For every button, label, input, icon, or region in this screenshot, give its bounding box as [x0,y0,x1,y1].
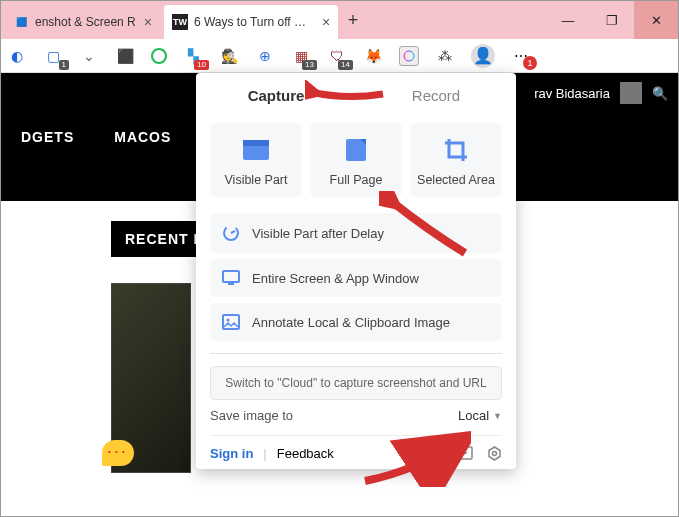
screenshot-extension-icon[interactable] [399,46,419,66]
svg-point-11 [493,452,497,456]
extension-icon[interactable]: ⊕ [255,46,275,66]
svg-rect-6 [228,283,234,285]
image-icon [222,314,240,330]
crop-icon [414,135,498,165]
card-label: Visible Part [225,173,288,187]
tab-title-2: 6 Ways to Turn off Direct Messag [194,15,314,29]
extension-icon[interactable]: 🛡14 [327,46,347,66]
row-label: Visible Part after Delay [252,226,384,241]
card-label: Selected Area [417,173,495,187]
dest-value: Local [458,408,489,423]
window-icon [214,135,298,165]
annotation-arrow [361,431,471,487]
new-tab-button[interactable]: + [338,10,368,31]
author-avatar [620,82,642,104]
selected-area-card[interactable]: Selected Area [410,123,502,197]
svg-rect-5 [223,271,239,282]
monitor-icon [222,270,240,286]
svg-rect-2 [243,140,269,146]
screenshot-popup: Capture Record Visible Part Full Page Se… [196,73,516,469]
svg-rect-3 [346,139,366,161]
sign-in-link[interactable]: Sign in [210,446,253,461]
extension-icon[interactable]: ▚10 [183,46,203,66]
save-destination-row: Save image to Local ▼ [210,408,502,423]
row-label: Annotate Local & Clipboard Image [252,315,450,330]
menu-icon[interactable]: ⋯1 [511,46,531,66]
tab-title-1: enshot & Screen R [35,15,136,29]
svg-marker-10 [489,447,500,460]
extension-icon[interactable]: ▦13 [291,46,311,66]
tab-strip: 🟦 enshot & Screen R × TW 6 Ways to Turn … [1,1,678,39]
annotate-row[interactable]: Annotate Local & Clipboard Image [210,303,502,341]
timer-icon [222,224,240,242]
browser-tab-1[interactable]: 🟦 enshot & Screen R × [5,5,160,39]
close-tab-icon[interactable]: × [322,14,330,30]
favicon-1: 🟦 [13,14,29,30]
save-destination-dropdown[interactable]: Local ▼ [458,408,502,423]
extensions-menu-icon[interactable]: ⁂ [435,46,455,66]
extension-icon[interactable]: ▢1 [43,46,63,66]
card-label: Full Page [330,173,383,187]
feedback-link[interactable]: Feedback [277,446,334,461]
extension-icon[interactable]: ◐ [7,46,27,66]
nav-item[interactable]: DGETS [1,129,94,145]
minimize-button[interactable]: — [546,1,590,39]
window-controls: — ❐ ✕ [546,1,678,39]
extension-icon[interactable]: 🕵️ [219,46,239,66]
annotation-arrow [305,80,385,106]
nav-item[interactable]: MACOS [94,129,191,145]
separator [210,353,502,354]
settings-icon[interactable] [487,446,502,461]
svg-point-0 [404,51,414,61]
divider: | [263,446,266,461]
browser-tab-2[interactable]: TW 6 Ways to Turn off Direct Messag × [164,5,338,39]
save-label: Save image to [210,408,293,423]
profile-avatar[interactable]: 👤 [471,44,495,68]
extension-toolbar: ◐ ▢1 ⌄ ⬛ ▚10 🕵️ ⊕ ▦13 🛡14 🦊 ⁂ 👤 ⋯1 [1,39,678,73]
grammarly-icon[interactable] [151,48,167,64]
search-icon[interactable]: 🔍 [652,86,668,101]
metamask-icon[interactable]: 🦊 [363,46,383,66]
maximize-button[interactable]: ❐ [590,1,634,39]
visible-part-card[interactable]: Visible Part [210,123,302,197]
cloud-tip[interactable]: Switch to "Cloud" to capture screenshot … [210,366,502,400]
row-label: Entire Screen & App Window [252,271,419,286]
chat-bubble-icon [102,440,134,466]
annotation-arrow [379,191,469,261]
chevron-down-icon: ▼ [493,411,502,421]
extension-icon[interactable]: ⬛ [115,46,135,66]
favicon-2: TW [172,14,188,30]
entire-screen-row[interactable]: Entire Screen & App Window [210,259,502,297]
svg-point-8 [227,319,230,322]
author-name: rav Bidasaria [534,86,610,101]
close-tab-icon[interactable]: × [144,14,152,30]
pocket-icon[interactable]: ⌄ [79,46,99,66]
post-thumbnail[interactable] [111,283,191,473]
window-close-button[interactable]: ✕ [634,1,678,39]
page-icon [314,135,398,165]
full-page-card[interactable]: Full Page [310,123,402,197]
